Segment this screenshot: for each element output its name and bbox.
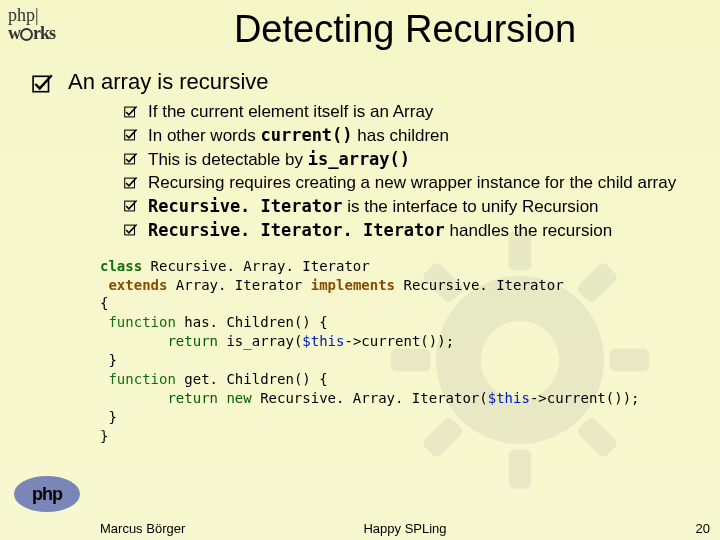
list-item-text: This is detectable by is_array() bbox=[148, 148, 410, 172]
checkbox-icon bbox=[124, 105, 138, 119]
list-item: In other words current() has children bbox=[124, 124, 710, 148]
logo-text-php: php bbox=[8, 5, 35, 25]
code-block: class Recursive. Array. Iterator extends… bbox=[100, 257, 710, 446]
footer: Marcus Börger Happy SPLing 20 bbox=[100, 521, 710, 536]
list-item-text: Recursive. Iterator. Iterator handles th… bbox=[148, 219, 612, 243]
list-item: Recursive. Iterator is the interface to … bbox=[124, 195, 710, 219]
slide-title: Detecting Recursion bbox=[100, 8, 710, 51]
gear-icon bbox=[20, 28, 33, 41]
list-item-text: Recursive. Iterator is the interface to … bbox=[148, 195, 599, 219]
list-item: Recursing requires creating a new wrappe… bbox=[124, 172, 710, 195]
list-item: This is detectable by is_array() bbox=[124, 148, 710, 172]
checkbox-icon bbox=[32, 73, 54, 95]
main-bullet-text: An array is recursive bbox=[68, 69, 269, 95]
checkbox-icon bbox=[124, 128, 138, 142]
phpworks-logo: php| wrks bbox=[8, 6, 55, 42]
list-item-text: Recursing requires creating a new wrappe… bbox=[148, 172, 676, 195]
sub-bullet-list: If the current element itself is an Arra… bbox=[124, 101, 710, 243]
list-item-text: In other words current() has children bbox=[148, 124, 449, 148]
checkbox-icon bbox=[124, 223, 138, 237]
list-item: If the current element itself is an Arra… bbox=[124, 101, 710, 124]
list-item-text: If the current element itself is an Arra… bbox=[148, 101, 433, 124]
php-logo: php bbox=[14, 476, 80, 512]
footer-talk: Happy SPLing bbox=[100, 521, 710, 536]
checkbox-icon bbox=[124, 176, 138, 190]
main-bullet: An array is recursive bbox=[100, 69, 710, 95]
list-item: Recursive. Iterator. Iterator handles th… bbox=[124, 219, 710, 243]
checkbox-icon bbox=[124, 199, 138, 213]
checkbox-icon bbox=[124, 152, 138, 166]
svg-rect-3 bbox=[509, 450, 531, 489]
